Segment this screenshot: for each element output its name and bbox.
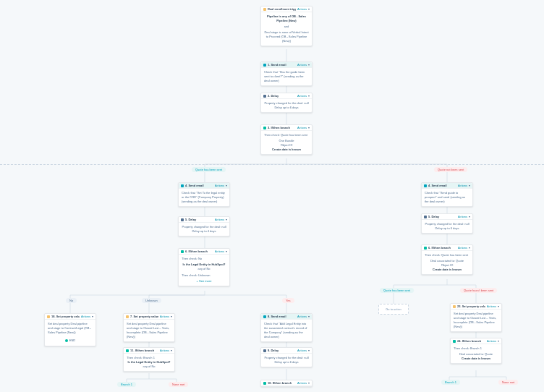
node-6R-branch[interactable]: 6. If/then branchActions▾ Then check: Qu… bbox=[421, 244, 473, 275]
actions-button[interactable]: Actions bbox=[297, 63, 307, 67]
node-23-set-property[interactable]: 23. Set property valueActions▾ Set deal … bbox=[450, 303, 502, 332]
branch-icon bbox=[453, 340, 456, 343]
actions-button[interactable]: Actions bbox=[458, 215, 467, 218]
node-6L-branch[interactable]: 6. If/then branchActions▾ Then check: No… bbox=[178, 248, 230, 286]
enrollment-trigger-node[interactable]: Deal enrollment triggerActions▾ Pipeline… bbox=[260, 6, 313, 46]
actions-button[interactable]: Actions bbox=[215, 218, 224, 221]
branch-label-quote-sent: Quote has been sent bbox=[192, 167, 226, 172]
actions-button[interactable]: Actions bbox=[297, 315, 307, 318]
pencil-icon bbox=[47, 315, 50, 318]
actions-button[interactable]: Actions bbox=[297, 7, 307, 11]
node-5R-delay[interactable]: 5. DelayActions▾ Property changed for th… bbox=[421, 213, 473, 234]
chevron-down-icon: ▾ bbox=[308, 126, 310, 129]
branch-label-no: No bbox=[66, 298, 77, 303]
chevron-down-icon: ▾ bbox=[308, 315, 310, 318]
chevron-down-icon: ▾ bbox=[308, 381, 310, 385]
chevron-down-icon: ▾ bbox=[226, 184, 227, 187]
node-8-send-email[interactable]: 8. Send emailActions▾ Check that "Add Le… bbox=[260, 313, 313, 342]
node-24-branch[interactable]: 24. If/then branchActions▾ Then check: B… bbox=[450, 338, 502, 364]
chevron-down-icon: ▾ bbox=[308, 7, 310, 11]
delay-icon bbox=[181, 218, 184, 221]
node-2-delay[interactable]: 2. DelayActions▾ Property changed for th… bbox=[260, 93, 313, 113]
actions-button[interactable]: Actions bbox=[160, 315, 169, 318]
actions-button[interactable]: Actions bbox=[458, 184, 467, 187]
actions-button[interactable]: Actions bbox=[160, 349, 169, 352]
delay-icon bbox=[263, 95, 266, 98]
chevron-down-icon: ▾ bbox=[469, 215, 470, 218]
chevron-down-icon: ▾ bbox=[226, 218, 227, 221]
branch-icon bbox=[263, 127, 266, 129]
branch-icon bbox=[181, 250, 184, 253]
branch-label-branch-1: Branch 1 bbox=[117, 382, 136, 387]
branch-label-yes: Yes bbox=[282, 298, 294, 303]
actions-button[interactable]: Actions bbox=[487, 339, 496, 343]
trigger-title: Deal enrollment trigger bbox=[268, 7, 296, 11]
actions-button[interactable]: Actions bbox=[297, 349, 307, 352]
branch-label-quote-not-sent: Quote not been sent bbox=[434, 167, 467, 172]
node-11-branch[interactable]: 11. If/then branchActions▾ Then check: B… bbox=[123, 347, 175, 372]
chevron-down-icon: ▾ bbox=[171, 315, 172, 318]
branch-icon bbox=[263, 382, 266, 385]
actions-button[interactable]: Actions bbox=[458, 246, 467, 250]
goto-action-box[interactable]: Go to action bbox=[378, 304, 409, 315]
node-4L-send-email[interactable]: 4. Send emailActions▾ Check that "Set To… bbox=[178, 182, 230, 207]
email-icon bbox=[263, 64, 266, 67]
branch-icon bbox=[424, 247, 427, 250]
email-icon bbox=[181, 184, 184, 187]
chevron-down-icon: ▾ bbox=[92, 315, 93, 318]
node-3-branch[interactable]: 3. If/then branchActions▾ Then check: Qu… bbox=[260, 124, 313, 155]
pencil-icon bbox=[453, 305, 456, 308]
branch-label-none-met-r: None met bbox=[498, 380, 518, 385]
delay-icon bbox=[263, 349, 266, 352]
actions-button[interactable]: Actions bbox=[215, 184, 224, 187]
email-icon bbox=[263, 315, 266, 318]
node-4R-send-email[interactable]: 4. Send emailActions▾ Check that "Send g… bbox=[421, 182, 473, 207]
node-5L-delay[interactable]: 5. DelayActions▾ Property changed for th… bbox=[178, 216, 230, 237]
node-1-send-email[interactable]: 1. Send emailActions▾ Check that "Has th… bbox=[260, 61, 313, 86]
actions-button[interactable]: Actions bbox=[297, 94, 307, 98]
chevron-down-icon: ▾ bbox=[226, 250, 227, 253]
chevron-down-icon: ▾ bbox=[308, 94, 310, 98]
delay-icon bbox=[424, 216, 427, 218]
node-18-set-property[interactable]: 18. Set property valueActions▾ Set deal … bbox=[44, 313, 96, 346]
actions-button[interactable]: Actions bbox=[215, 250, 224, 253]
branch-label-quote-not-sent-r: Quote hasn't been sent bbox=[460, 288, 497, 293]
branch-label-quote-sent-r: Quote has been sent bbox=[380, 288, 414, 293]
email-icon bbox=[424, 184, 427, 187]
chevron-down-icon: ▾ bbox=[498, 304, 499, 308]
node-10-branch[interactable]: 10. If/then branchActions▾ bbox=[260, 380, 313, 387]
chevron-down-icon: ▾ bbox=[171, 349, 172, 352]
branch-label-unknown: Unknown bbox=[142, 298, 161, 303]
lightning-icon bbox=[263, 8, 266, 11]
actions-button[interactable]: Actions bbox=[81, 315, 90, 318]
branch-icon bbox=[126, 349, 129, 352]
pencil-icon bbox=[126, 315, 129, 318]
chevron-down-icon: ▾ bbox=[498, 339, 499, 343]
branch-label-branch-1-r: Branch 1 bbox=[441, 380, 460, 385]
see-more-link[interactable]: + See more bbox=[197, 279, 212, 283]
node-7-set-property[interactable]: 7. Set property valueActions▾ Set deal p… bbox=[123, 313, 175, 342]
actions-button[interactable]: Actions bbox=[297, 126, 307, 129]
chevron-down-icon: ▾ bbox=[308, 349, 310, 352]
actions-button[interactable]: Actions bbox=[297, 381, 307, 385]
status-dot-icon bbox=[65, 339, 68, 342]
node-9-delay[interactable]: 9. DelayActions▾ Property changed for th… bbox=[260, 347, 313, 367]
branch-label-none-met: None met bbox=[169, 382, 188, 387]
chevron-down-icon: ▾ bbox=[308, 63, 310, 67]
chevron-down-icon: ▾ bbox=[469, 246, 470, 250]
actions-button[interactable]: Actions bbox=[487, 304, 496, 308]
chevron-down-icon: ▾ bbox=[469, 184, 470, 187]
